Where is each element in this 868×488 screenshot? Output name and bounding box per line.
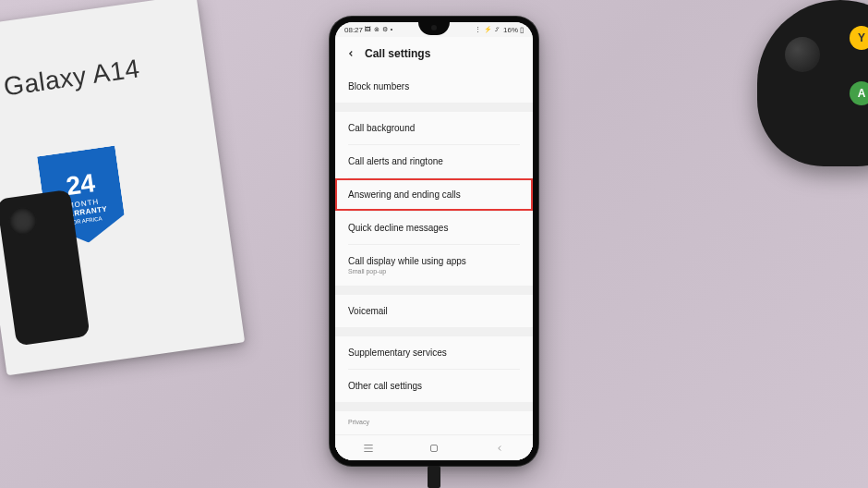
setting-voicemail[interactable]: Voicemail [335, 295, 533, 327]
setting-supplementary[interactable]: Supplementary services [335, 336, 533, 369]
settings-list[interactable]: Block numbers Call background Call alert… [335, 70, 533, 460]
section-divider [335, 402, 533, 411]
section-divider [335, 286, 533, 295]
setting-subtitle: Small pop-up [348, 268, 520, 274]
section-divider [335, 103, 533, 112]
status-right-icons: ⋮ ⚡ ⫽ [475, 26, 501, 33]
product-title: Galaxy A14 [2, 54, 141, 102]
section-divider [335, 327, 533, 336]
page-header: Call settings [335, 37, 533, 70]
status-right: ⋮ ⚡ ⫽ 16% ▯ [475, 26, 524, 34]
setting-call-display[interactable]: Call display while using apps Small pop-… [335, 245, 533, 286]
setting-block-numbers[interactable]: Block numbers [335, 70, 533, 103]
nav-recent-button[interactable] [345, 444, 392, 453]
status-time: 08:27 [344, 26, 363, 34]
navigation-bar [335, 434, 533, 460]
privacy-section-label: Privacy [335, 411, 533, 429]
setting-call-alerts[interactable]: Call alerts and ringtone [335, 145, 533, 177]
setting-quick-decline[interactable]: Quick decline messages [335, 212, 533, 244]
setting-other-calls[interactable]: Other call settings [335, 370, 533, 402]
setting-answering-ending-calls[interactable]: Answering and ending calls [335, 178, 533, 211]
page-title: Call settings [365, 47, 430, 60]
game-controller: Y B A [757, 0, 868, 166]
controller-a-button: A [850, 81, 868, 105]
product-box: Galaxy A14 24 MONTH WARRANTY FOR AFRICA [0, 0, 245, 375]
status-left: 08:27 🖼 ⊗ ⚙ • [344, 26, 393, 34]
phone-screen: 08:27 🖼 ⊗ ⚙ • ⋮ ⚡ ⫽ 16% ▯ Call settings … [335, 22, 533, 460]
controller-y-button: Y [850, 26, 868, 50]
setting-call-background[interactable]: Call background [335, 112, 533, 144]
battery-icon: ▯ [520, 26, 524, 34]
status-left-icons: 🖼 ⊗ ⚙ • [365, 26, 393, 33]
back-icon[interactable] [346, 46, 356, 61]
battery-percent: 16% [503, 26, 518, 34]
phone-device: 08:27 🖼 ⊗ ⚙ • ⋮ ⚡ ⫽ 16% ▯ Call settings … [330, 17, 538, 466]
nav-back-button[interactable] [476, 444, 523, 453]
nav-home-button[interactable] [411, 443, 457, 454]
svg-rect-3 [430, 445, 437, 451]
